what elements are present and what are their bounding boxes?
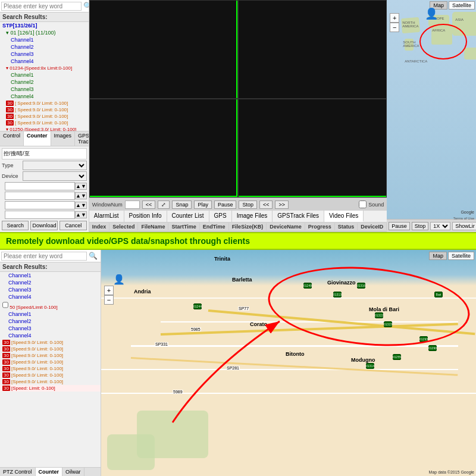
date2-row: 2015 / 4 / 29 ▲▼ (2, 201, 87, 209)
list-item[interactable]: Channel1 (0, 311, 101, 318)
tab-gps-track[interactable]: GPS Track (75, 131, 89, 146)
antarctica-label: ANTARCTICA (405, 60, 427, 63)
list-item[interactable]: Channel3 (0, 51, 89, 58)
device-select[interactable] (23, 171, 87, 181)
list-item[interactable]: Channel2 (0, 79, 89, 86)
tab-oilwar[interactable]: Oilwar (62, 468, 84, 476)
stop-btn[interactable]: Stop (239, 201, 257, 209)
zoom-out-btn[interactable]: − (390, 23, 399, 32)
tab-alarmlist[interactable]: AlarmList (89, 211, 124, 222)
pause-map-btn[interactable]: Pause (389, 222, 410, 230)
item-checkbox[interactable] (2, 301, 8, 309)
play-btn[interactable]: Play (194, 201, 212, 209)
search-btn[interactable]: Search (2, 221, 29, 230)
list-item[interactable]: Channel4 (0, 332, 101, 339)
showline-select[interactable]: ShowLine (452, 222, 476, 230)
list-item[interactable]: 30[Speed:9.0/ Limit: 0-100] (0, 346, 101, 352)
type-select[interactable] (23, 161, 87, 170)
sound-area: Sound (359, 201, 384, 208)
pause-btn[interactable]: Pause (214, 201, 237, 209)
list-item[interactable]: 50 [Speed/Limit 0-100] (0, 300, 101, 311)
tab-control[interactable]: Control (0, 131, 24, 146)
date2-input[interactable]: 2015 / 4 / 29 (5, 201, 75, 209)
list-item[interactable]: ▾ 01234-[Speed:8x Limit:0-100] (0, 65, 89, 71)
th-devicename: DeviceName (267, 223, 305, 230)
list-item[interactable]: Channel3 (0, 86, 89, 93)
map-person-icon: 👤 (425, 7, 438, 20)
list-item[interactable]: 30[Speed:9.0/ Limit: 0-100] (0, 365, 101, 372)
list-item[interactable]: 30[Speed: Limit: 0-100] (0, 385, 101, 392)
search-input-bottom[interactable] (1, 252, 87, 261)
tab-counter-list[interactable]: Counter List (167, 211, 209, 222)
tab-images[interactable]: Images (51, 131, 76, 146)
list-item[interactable]: ▾ 01250-[Speed:3.0/ Limit: 0-100] (0, 126, 89, 131)
list-item[interactable]: Channel2 (0, 43, 89, 51)
list-item[interactable]: Channel3 (0, 286, 101, 293)
search-button-top[interactable]: 🔍 (82, 1, 89, 11)
speed-select[interactable]: 1X (430, 222, 450, 230)
time1-input[interactable]: 上午 8 : 50 (5, 192, 75, 200)
tab-ptz-control[interactable]: PTZ Control (0, 468, 36, 476)
list-item[interactable]: 30[Speed:9.0/ Limit: 0-100] (0, 339, 101, 346)
time2-input[interactable]: 上午 8 : 59 : 56 (5, 211, 75, 219)
road-h3 (131, 345, 458, 347)
list-item[interactable]: 30[ Speed:9.0/ Limit: 0-100] (0, 120, 89, 126)
list-item[interactable]: 30[ Speed:9.0/ Limit: 0-100] (0, 100, 89, 107)
sound-checkbox[interactable] (359, 201, 367, 208)
list-item[interactable]: Channel4 (0, 58, 89, 65)
expand-btn[interactable]: ⤢ (158, 201, 170, 209)
list-item[interactable]: Channel1 (0, 272, 101, 279)
list-item[interactable]: 30[ Speed:9.0/ Limit: 0-100] (0, 113, 89, 120)
list-item[interactable]: Channel3 (0, 325, 101, 332)
bottom-map-btn-satellite[interactable]: Satellite (448, 252, 474, 260)
stop-map-btn[interactable]: Stop (412, 222, 429, 230)
list-item[interactable]: Channel1 (0, 36, 89, 43)
time2-spinner[interactable]: ▲▼ (75, 211, 87, 218)
tab-video-files[interactable]: Video Files (324, 211, 364, 222)
list-item[interactable]: Channel1 (0, 71, 89, 79)
tab-gpstrack-files[interactable]: GPSTrack Files (273, 211, 324, 222)
prev-nav-btn[interactable]: << (142, 201, 156, 209)
list-item[interactable]: Channel2 (0, 318, 101, 325)
tab-counter[interactable]: Counter (24, 131, 51, 146)
video-cell-4 (238, 99, 387, 198)
list-item[interactable]: 30[Speed:9.0/ Limit: 0-100] (0, 378, 101, 385)
date2-spinner[interactable]: ▲▼ (75, 202, 87, 209)
winnum-input[interactable]: 4 (125, 201, 140, 209)
th-starttime: StartTime (168, 223, 199, 230)
list-item[interactable]: Channel2 (0, 279, 101, 286)
tab-image-files[interactable]: Image Files (232, 211, 273, 222)
list-item[interactable]: 30[ Speed:9.0/ Limit: 0-100] (0, 107, 89, 113)
list-item[interactable]: 30[Speed:9.0/ Limit: 0-100] (0, 359, 101, 365)
date1-spinner[interactable]: ▲▼ (75, 183, 87, 190)
map-btn-satellite[interactable]: Satellite (449, 1, 475, 10)
list-item[interactable]: ▾ 01 [126/1] (11/100) (0, 29, 89, 36)
snap-btn[interactable]: Snap (172, 201, 192, 209)
bottom-half: 🔍 Search Results: Channel1 Channel2 Chan… (0, 250, 476, 476)
zoom-in-btn[interactable]: + (390, 13, 399, 23)
tab-gps[interactable]: GPS (209, 211, 232, 222)
bottom-map-btn-map[interactable]: Map (429, 252, 447, 260)
list-item[interactable]: Channel4 (0, 293, 101, 300)
cancel-btn[interactable]: Cancel (60, 221, 86, 230)
bottom-zoom-in[interactable]: + (104, 286, 114, 295)
city-mola: Mola di Bari (369, 306, 399, 312)
time1-spinner[interactable]: ▲▼ (75, 192, 87, 199)
search-button-bottom[interactable]: 🔍 (87, 251, 99, 261)
list-item[interactable]: Channel4 (0, 93, 89, 100)
download-btn[interactable]: Download (30, 221, 58, 230)
bottom-zoom-out[interactable]: − (104, 295, 114, 305)
list-item[interactable]: 30[Speed:9.0/ Limit: 0-100] (0, 352, 101, 359)
prev-btn[interactable]: << (259, 201, 273, 209)
tab-counter-bottom[interactable]: Counter (36, 468, 63, 476)
route-sp331: SP331 (155, 342, 168, 346)
bottom-map-zoom: + − (104, 286, 114, 305)
date1-input[interactable]: 2015 / 4 / 29 (5, 182, 75, 190)
search-input-top[interactable] (1, 2, 82, 11)
list-item[interactable]: 30[Speed:9.0/ Limit: 0-100] (0, 372, 101, 378)
asia (452, 12, 476, 36)
tab-position[interactable]: Position Info (124, 211, 167, 222)
list-item[interactable]: STP[131/26/1] (0, 22, 89, 29)
time1-row: 上午 8 : 50 ▲▼ (2, 192, 87, 200)
next-btn[interactable]: >> (275, 201, 289, 209)
